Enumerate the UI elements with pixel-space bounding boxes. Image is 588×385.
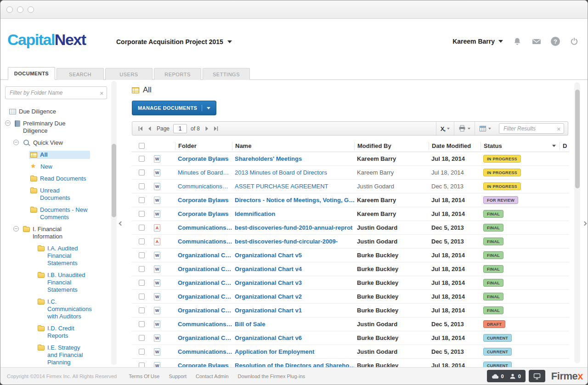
project-selector[interactable]: Corporate Acquisition Project 2015 (116, 38, 232, 45)
folder-filter-input[interactable] (5, 86, 107, 99)
tree-item-label[interactable]: Due Diligence (19, 108, 56, 115)
notifications-bell-icon[interactable] (512, 36, 522, 46)
document-link[interactable]: Bill of Sale (235, 321, 265, 328)
messages-mail-icon[interactable] (531, 36, 542, 46)
sidebar-tree-item[interactable]: New (0, 161, 90, 173)
sidebar-tree-item[interactable]: I.C. Communications with Auditors (0, 296, 90, 323)
row-checkbox[interactable] (139, 349, 145, 355)
table-row[interactable]: Communications… Application for Employme… (132, 345, 569, 359)
first-page-button[interactable] (136, 124, 145, 133)
document-link[interactable]: Organizational Chart v3 (235, 279, 302, 286)
table-row[interactable]: Corporate Bylaws Idemnification Kareem B… (132, 207, 569, 221)
sidebar-tree-item[interactable]: I.A. Audited Financial Statements (0, 243, 90, 269)
sidebar-scrollbar[interactable] (111, 81, 117, 365)
window-maximize-button[interactable] (28, 6, 34, 13)
folder-link[interactable]: Communications… (178, 321, 232, 328)
row-checkbox[interactable] (139, 294, 145, 300)
app-tab[interactable]: SETTINGS (203, 68, 250, 80)
sidebar-tree-item[interactable]: Documents - New Comments (0, 204, 90, 223)
table-row[interactable]: Corporate Bylaws Directors - Notice of M… (132, 193, 569, 207)
document-link[interactable]: Organizational Chart v5 (235, 252, 302, 259)
column-header-folder[interactable]: Folder (175, 142, 232, 150)
next-page-button[interactable] (202, 124, 211, 133)
app-tab[interactable]: DOCUMENTS (8, 67, 55, 80)
app-tab[interactable]: REPORTS (154, 68, 201, 80)
row-checkbox[interactable] (139, 321, 145, 327)
filter-results-input[interactable] (499, 123, 564, 134)
folder-link[interactable]: Organizational C… (178, 334, 231, 341)
footer-link[interactable]: Support (169, 374, 187, 379)
sidebar-tree-item[interactable]: I.E. Strategy and Financial Planning (0, 342, 90, 367)
sidebar-tree-item[interactable]: I. Financial Information (0, 223, 90, 243)
row-checkbox[interactable] (139, 252, 145, 258)
select-all-checkbox[interactable] (139, 143, 145, 149)
table-row[interactable]: Organizational C… Organizational Chart v… (132, 249, 569, 262)
row-checkbox[interactable] (139, 170, 145, 176)
table-row[interactable]: Corporate Bylaws Shareholders' Meetings … (132, 152, 569, 166)
row-checkbox[interactable] (139, 335, 145, 341)
folder-link[interactable]: Organizational C… (178, 293, 231, 300)
sidebar-scrollbar-thumb[interactable] (112, 144, 116, 217)
screen-share-button[interactable] (529, 370, 545, 382)
folder-link[interactable]: Communications… (178, 238, 232, 245)
column-header-date-modified[interactable]: Date Modified (429, 142, 481, 150)
clear-filter-results-icon[interactable] (557, 125, 561, 133)
column-header-status[interactable]: Status (481, 142, 560, 150)
document-link[interactable]: Idemnification (235, 210, 275, 217)
connection-status-pill[interactable]: 0 0 (487, 370, 526, 382)
clear-filter-icon[interactable] (100, 89, 104, 97)
tree-collapse-icon[interactable] (13, 226, 19, 232)
sidebar-tree-item[interactable]: I.D. Credit Reports (0, 323, 90, 342)
column-header-name[interactable]: Name (232, 142, 354, 150)
footer-link[interactable]: Terms Of Use (129, 374, 159, 379)
row-checkbox[interactable] (139, 197, 145, 203)
folder-link[interactable]: Communications… (178, 183, 228, 190)
page-number-input[interactable] (173, 124, 187, 133)
logout-power-icon[interactable] (569, 36, 579, 46)
table-row[interactable]: Organizational C… Organizational Chart v… (132, 304, 569, 317)
document-link[interactable]: Directors - Notice of Meetings, Voting, … (235, 197, 354, 204)
tree-item-label[interactable]: Quick View (33, 139, 63, 147)
folder-link[interactable]: Corporate Bylaws (178, 197, 229, 204)
tree-item-label[interactable]: I.A. Audited Financial Statements (47, 245, 89, 267)
tree-item-label[interactable]: Read Documents (40, 175, 86, 182)
sidebar-tree-item[interactable]: Unread Documents (0, 185, 90, 204)
app-tab[interactable]: SEARCH (57, 68, 104, 80)
table-row[interactable]: Communications… best-discoveries-fund-20… (132, 221, 569, 235)
tree-collapse-icon[interactable] (13, 140, 19, 145)
folder-link[interactable]: Organizational C… (178, 252, 231, 259)
folder-link[interactable]: Corporate Bylaws (178, 362, 229, 367)
table-row[interactable]: Communications… best-discoveries-fund-ci… (132, 235, 569, 249)
row-checkbox[interactable] (139, 362, 145, 367)
tree-item-label[interactable]: Documents - New Comments (40, 206, 89, 221)
document-link[interactable]: Organizational Chart v4 (235, 266, 302, 272)
last-page-button[interactable] (211, 124, 220, 133)
tree-item-label[interactable]: Preliminary Due Diligence (23, 120, 89, 135)
help-icon[interactable] (551, 37, 560, 46)
column-header-modified-by[interactable]: Modified By (354, 142, 429, 150)
row-checkbox[interactable] (139, 307, 145, 313)
row-checkbox[interactable] (139, 266, 145, 272)
table-row[interactable]: Communications… ASSET PURCHASE AGREEMENT… (132, 180, 569, 193)
row-checkbox[interactable] (139, 225, 145, 231)
document-link[interactable]: Application for Employment (235, 348, 314, 355)
table-row[interactable]: Communications… Bill of Sale Justin Goda… (132, 317, 569, 331)
row-checkbox[interactable] (139, 280, 145, 286)
collapse-sidebar-handle[interactable] (118, 217, 124, 230)
table-row[interactable]: Corporate Bylaws Resolution of the Direc… (132, 359, 569, 367)
folder-link[interactable]: Corporate Bylaws (178, 155, 229, 162)
document-link[interactable]: Organizational Chart v6 (235, 334, 302, 341)
folder-link[interactable]: Communications… (178, 348, 232, 355)
window-minimize-button[interactable] (17, 6, 23, 13)
folder-link[interactable]: Organizational C… (178, 307, 231, 314)
document-link[interactable]: best-discoveries-fund-2010-annual-reprot (235, 224, 352, 231)
columns-button[interactable] (475, 122, 495, 135)
tree-collapse-icon[interactable] (5, 120, 11, 126)
document-link[interactable]: 2013 Minutes of Board of Directors (235, 169, 327, 176)
sort-descending-icon[interactable] (552, 145, 556, 147)
main-scrollbar-thumb[interactable] (575, 90, 580, 188)
document-link[interactable]: best-discoveries-fund-circular-2009- (235, 238, 338, 245)
tree-item-label[interactable]: I.B. Unaudited Financial Statements (47, 272, 89, 294)
folder-link[interactable]: Minutes of Board… (178, 169, 229, 176)
user-menu[interactable]: Kareem Barry (452, 38, 503, 45)
